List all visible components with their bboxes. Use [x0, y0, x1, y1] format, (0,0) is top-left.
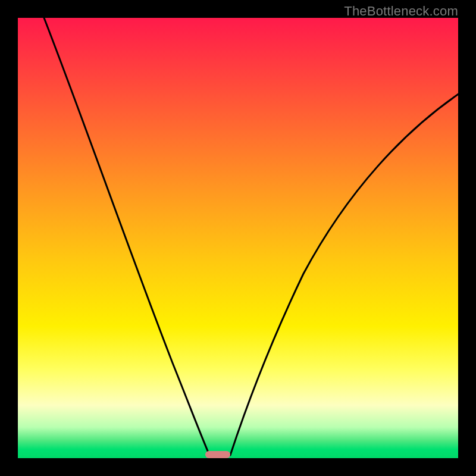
bottleneck-curves [18, 18, 458, 458]
plot-area [18, 18, 458, 458]
right-curve [230, 93, 459, 455]
chart-frame: TheBottleneck.com [0, 0, 476, 476]
optimal-marker [205, 451, 230, 458]
left-curve [44, 18, 209, 455]
watermark-text: TheBottleneck.com [344, 4, 458, 19]
